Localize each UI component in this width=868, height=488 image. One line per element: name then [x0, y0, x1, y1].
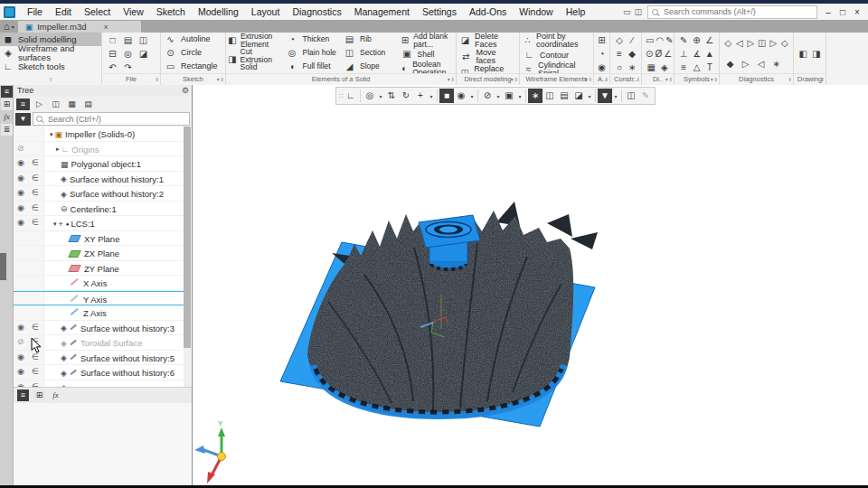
expand-caret-icon[interactable]: ▾ — [50, 131, 53, 138]
visibility-eye-icon[interactable]: ◉ — [17, 158, 24, 167]
app-logo-icon[interactable] — [4, 6, 15, 18]
ribbon-icon[interactable]: ○ — [614, 61, 625, 74]
visibility-eye-icon[interactable]: ◉ — [17, 188, 24, 197]
ribbon-icon[interactable]: △ — [691, 61, 702, 74]
home-button[interactable]: ⌂ ▾ — [0, 20, 18, 33]
ribbon-icon[interactable]: ∗ — [627, 61, 637, 74]
ribbon-icon[interactable]: ◈ — [659, 61, 671, 74]
ribbon-icon[interactable]: ◇ — [723, 37, 733, 50]
ribbon-icon[interactable]: ◆ — [627, 48, 637, 61]
member-icon[interactable]: ∈ — [32, 218, 39, 227]
display-style-icon[interactable]: ◉ — [454, 89, 468, 103]
visibility-eye-icon[interactable]: ◉ — [17, 323, 24, 332]
hide-objects-icon[interactable]: ⊘ — [480, 89, 495, 103]
member-icon[interactable]: ∈ — [32, 188, 39, 197]
mode-sketch-tools[interactable]: ∟Sketch tools — [0, 60, 101, 73]
tool-plain-hole[interactable]: ◎Plain hole — [286, 47, 340, 60]
tree-item-zy-plane[interactable]: ZY Plane — [14, 261, 184, 277]
dropdown-caret-icon[interactable]: ▾ — [428, 93, 435, 99]
tool-autoline[interactable]: ∿Autoline — [164, 33, 222, 46]
ribbon-icon[interactable]: ▦ — [646, 61, 657, 74]
minimize-button[interactable]: – — [821, 7, 835, 17]
tool-cylindrical-spiral[interactable]: ≈Cylindrical Spiral — [523, 61, 590, 73]
ribbon-icon[interactable]: ◧ — [797, 48, 809, 61]
tool-replace-faces[interactable]: ◫Replace faces — [459, 65, 516, 73]
menu-tab-icon[interactable]: ≣ — [1, 124, 13, 136]
tool-thicken[interactable]: ◔Thicken — [286, 33, 340, 46]
menu-item-file[interactable]: File — [21, 5, 49, 19]
menu-item-modelling[interactable]: Modelling — [192, 5, 245, 19]
ribbon-icon[interactable]: T — [704, 61, 715, 74]
menu-item-view[interactable]: View — [117, 5, 150, 19]
tree-item-lcs-1[interactable]: ◉∈▾+●LCS:1 — [14, 216, 184, 231]
ribbon-icon[interactable]: ◨ — [811, 48, 823, 61]
expand-caret-icon[interactable]: ▾ — [53, 221, 57, 228]
ribbon-icon[interactable]: ◎ — [121, 48, 135, 61]
table-view-icon[interactable]: ⊞ — [33, 389, 45, 401]
filter-icon[interactable]: ▼ — [598, 89, 612, 103]
ribbon-icon[interactable]: ▷ — [739, 58, 752, 70]
fx-tab-icon[interactable]: fx — [1, 111, 13, 123]
tree-item-origins[interactable]: ⊘▸∟Origins — [14, 142, 184, 157]
tree-item-x-axis[interactable]: X Axis — [14, 276, 184, 291]
ribbon-icon[interactable]: ◫ — [137, 34, 150, 47]
menu-item-help[interactable]: Help — [560, 5, 592, 19]
properties-icon[interactable]: ◫ — [624, 89, 638, 103]
ribbon-icon[interactable]: ▤ — [121, 34, 135, 47]
document-tab[interactable]: ▣ Impeller.m3d × — [18, 21, 141, 33]
menu-item-select[interactable]: Select — [78, 5, 117, 19]
close-button[interactable]: × — [850, 7, 864, 17]
member-icon[interactable]: ∈ — [32, 203, 39, 212]
tab-close-icon[interactable]: × — [104, 23, 108, 32]
tree-item-surface-without-history-1[interactable]: ◉∈◈Surface without history:1 — [14, 172, 184, 187]
ribbon-icon[interactable]: ◇ — [780, 37, 790, 50]
member-icon[interactable]: ∈ — [32, 323, 39, 332]
ribbon-icon[interactable]: ∗ — [769, 58, 783, 70]
ribbon-icon[interactable]: ▲ — [704, 48, 715, 61]
tool-boolean-operation[interactable]: ◐Boolean Operation — [401, 61, 455, 73]
menu-item-management[interactable]: Management — [348, 5, 416, 19]
dropdown-caret-icon[interactable]: ▾ — [586, 93, 593, 99]
tool-circle[interactable]: ⊙Circle — [164, 47, 222, 60]
maximize-button[interactable]: □ — [835, 7, 850, 17]
tree-item-polygonal-object-1[interactable]: ◉∈▦Polygonal object:1 — [14, 156, 184, 172]
dropdown-caret-icon[interactable]: ▾ — [468, 93, 476, 99]
visibility-eye-off-icon[interactable]: ⊘ — [17, 337, 24, 346]
tool-section[interactable]: ◫Section — [343, 47, 397, 60]
ribbon-icon[interactable]: ◠ — [656, 34, 664, 47]
shading-mode-icon[interactable]: ◪ — [571, 89, 586, 103]
ribbon-icon[interactable]: ◪ — [137, 48, 150, 61]
tree-search-input[interactable] — [46, 114, 186, 125]
3d-viewport[interactable]: Y X ∷∟◎▾⇅↻+▾■◉▾⊘▾▣▾∗◫▤◪▾▼▾◫✎ — [193, 85, 868, 485]
table-tab-icon[interactable]: ⊞ — [1, 99, 13, 110]
tree-item-surface-without-history-2[interactable]: ◉∈◈Surface without history:2 — [14, 186, 184, 202]
collapse-caret-icon[interactable]: ▸ — [56, 145, 60, 153]
ribbon-icon[interactable]: ∠ — [664, 48, 672, 61]
visibility-eye-icon[interactable]: ◉ — [17, 218, 24, 227]
tree-item-zx-plane[interactable]: ZX Plane — [14, 246, 184, 261]
tool-cut-extrusion-solid[interactable]: ◨Cut Extrusion Solid — [228, 48, 282, 71]
ribbon-icon[interactable]: ∡ — [691, 48, 702, 61]
ribbon-icon[interactable]: ≡ — [678, 61, 689, 74]
shaded-view-icon[interactable]: ■ — [439, 89, 454, 103]
tool-slope[interactable]: ◢Slope — [343, 61, 397, 73]
visibility-eye-icon[interactable]: ◉ — [17, 367, 24, 376]
ribbon-icon[interactable]: ✎ — [665, 34, 673, 47]
ribbon-icon[interactable]: ⊙ — [646, 48, 653, 61]
section-view-icon[interactable]: ▣ — [502, 89, 516, 103]
ribbon-icon[interactable]: ⊥ — [678, 48, 689, 61]
ribbon-icon[interactable]: ↷ — [121, 61, 135, 74]
screen-icon[interactable]: ▭ — [621, 7, 633, 16]
ribbon-icon[interactable]: ◔ — [598, 48, 606, 61]
ribbon-icon[interactable]: ⊟ — [106, 48, 119, 61]
ribbon-icon[interactable]: ◉ — [598, 61, 606, 74]
ribbon-icon[interactable]: ⊕ — [691, 34, 702, 47]
tool-shell[interactable]: ▣Shell — [401, 48, 455, 61]
visibility-eye-off-icon[interactable]: ⊘ — [17, 144, 24, 153]
tree-search-box[interactable] — [33, 112, 190, 126]
member-icon[interactable]: ∈ — [32, 158, 39, 167]
tree-item-z-axis[interactable]: Z Axis — [14, 305, 184, 321]
tree-tab-icon[interactable]: ≡ — [1, 86, 13, 98]
sketch-mode-icon[interactable]: ∟ — [344, 89, 358, 103]
pan-icon[interactable]: ⇅ — [384, 89, 399, 103]
